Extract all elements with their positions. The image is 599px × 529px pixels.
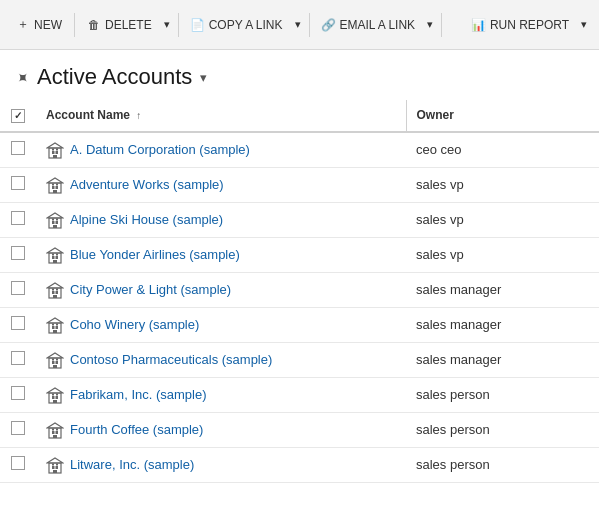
plus-icon: ＋ — [16, 18, 30, 32]
row-checkbox[interactable] — [11, 211, 25, 225]
svg-rect-13 — [53, 190, 57, 193]
delete-button[interactable]: 🗑 DELETE — [79, 7, 160, 43]
svg-rect-60 — [56, 428, 58, 430]
svg-rect-55 — [53, 400, 57, 403]
account-name-link[interactable]: City Power & Light (sample) — [70, 282, 231, 297]
svg-rect-15 — [52, 221, 55, 224]
account-name-link[interactable]: Contoso Pharmaceuticals (sample) — [70, 352, 272, 367]
account-name-link[interactable]: Fabrikam, Inc. (sample) — [70, 387, 207, 402]
svg-rect-51 — [56, 396, 59, 399]
title-dropdown-icon[interactable]: ▾ — [200, 70, 207, 85]
svg-marker-26 — [47, 248, 63, 253]
account-icon — [46, 211, 64, 229]
svg-rect-9 — [56, 186, 59, 189]
email-link-button[interactable]: 🔗 EMAIL A LINK — [314, 7, 424, 43]
account-icon — [46, 351, 64, 369]
svg-rect-3 — [52, 148, 54, 150]
account-name-link[interactable]: Coho Winery (sample) — [70, 317, 199, 332]
toolbar: ＋ NEW 🗑 DELETE ▾ 📄 COPY A LINK ▾ 🔗 EMAIL… — [0, 0, 599, 50]
svg-rect-62 — [53, 435, 57, 438]
account-name-link[interactable]: A. Datum Corporation (sample) — [70, 142, 250, 157]
run-report-dropdown-button[interactable]: ▾ — [577, 7, 591, 43]
row-checkbox[interactable] — [11, 281, 25, 295]
run-report-label: RUN REPORT — [490, 18, 569, 32]
row-checkbox[interactable] — [11, 316, 25, 330]
owner-cell: sales vp — [406, 202, 599, 237]
table-row: Blue Yonder Airlines (sample)sales vp — [0, 237, 599, 272]
row-checkbox[interactable] — [11, 351, 25, 365]
svg-rect-29 — [52, 291, 55, 294]
new-button[interactable]: ＋ NEW — [8, 7, 70, 43]
owner-cell: sales person — [406, 412, 599, 447]
account-name-link[interactable]: Alpine Ski House (sample) — [70, 212, 223, 227]
select-all-checkbox[interactable] — [11, 109, 25, 123]
row-checkbox-cell — [0, 412, 36, 447]
svg-rect-48 — [53, 365, 57, 368]
svg-marker-5 — [47, 143, 63, 148]
pin-icon: ✦ — [11, 66, 34, 89]
owner-cell: sales vp — [406, 167, 599, 202]
svg-marker-19 — [47, 213, 63, 218]
owner-cell: ceo ceo — [406, 132, 599, 168]
svg-rect-32 — [56, 288, 58, 290]
owner-cell: sales vp — [406, 237, 599, 272]
copy-link-dropdown-button[interactable]: ▾ — [291, 7, 305, 43]
account-name-cell: Blue Yonder Airlines (sample) — [36, 237, 406, 272]
svg-rect-16 — [56, 221, 59, 224]
row-checkbox[interactable] — [11, 456, 25, 470]
account-icon — [46, 456, 64, 474]
svg-marker-68 — [47, 458, 63, 463]
sort-icon: ↑ — [136, 110, 141, 121]
svg-rect-46 — [56, 358, 58, 360]
account-name-link[interactable]: Blue Yonder Airlines (sample) — [70, 247, 240, 262]
account-icon — [46, 421, 64, 439]
account-name-link[interactable]: Litware, Inc. (sample) — [70, 457, 194, 472]
row-checkbox-cell — [0, 272, 36, 307]
copy-link-label: COPY A LINK — [209, 18, 283, 32]
new-btn-group: ＋ NEW — [8, 7, 70, 43]
svg-rect-66 — [52, 463, 54, 465]
account-name-cell: A. Datum Corporation (sample) — [36, 132, 406, 168]
delete-dropdown-button[interactable]: ▾ — [160, 7, 174, 43]
row-checkbox[interactable] — [11, 386, 25, 400]
svg-rect-2 — [56, 151, 59, 154]
table-row: Fabrikam, Inc. (sample)sales person — [0, 377, 599, 412]
svg-marker-54 — [47, 388, 63, 393]
divider-4 — [441, 13, 442, 37]
svg-marker-47 — [47, 353, 63, 358]
svg-rect-36 — [52, 326, 55, 329]
account-name-column-header[interactable]: Account Name ↑ — [36, 100, 406, 132]
account-name-link[interactable]: Adventure Works (sample) — [70, 177, 224, 192]
new-label: NEW — [34, 18, 62, 32]
account-name-link[interactable]: Fourth Coffee (sample) — [70, 422, 203, 437]
svg-rect-58 — [56, 431, 59, 434]
delete-btn-group: 🗑 DELETE ▾ — [79, 7, 174, 43]
svg-rect-31 — [52, 288, 54, 290]
account-name-cell: Contoso Pharmaceuticals (sample) — [36, 342, 406, 377]
svg-rect-41 — [53, 330, 57, 333]
account-name-cell: Coho Winery (sample) — [36, 307, 406, 342]
svg-rect-65 — [56, 466, 59, 469]
email-link-dropdown-button[interactable]: ▾ — [423, 7, 437, 43]
row-checkbox[interactable] — [11, 421, 25, 435]
svg-rect-27 — [53, 260, 57, 263]
row-checkbox-cell — [0, 132, 36, 168]
run-report-button[interactable]: 📊 RUN REPORT — [464, 7, 577, 43]
row-checkbox[interactable] — [11, 246, 25, 260]
owner-column-header: Owner — [406, 100, 599, 132]
account-icon — [46, 281, 64, 299]
row-checkbox-cell — [0, 342, 36, 377]
svg-rect-20 — [53, 225, 57, 228]
delete-label: DELETE — [105, 18, 152, 32]
row-checkbox[interactable] — [11, 141, 25, 155]
divider-2 — [178, 13, 179, 37]
svg-rect-10 — [52, 183, 54, 185]
copy-link-button[interactable]: 📄 COPY A LINK — [183, 7, 291, 43]
row-checkbox-cell — [0, 377, 36, 412]
row-checkbox[interactable] — [11, 176, 25, 190]
svg-rect-1 — [52, 151, 55, 154]
svg-rect-11 — [56, 183, 58, 185]
account-icon — [46, 176, 64, 194]
svg-rect-50 — [52, 396, 55, 399]
svg-rect-6 — [53, 155, 57, 158]
